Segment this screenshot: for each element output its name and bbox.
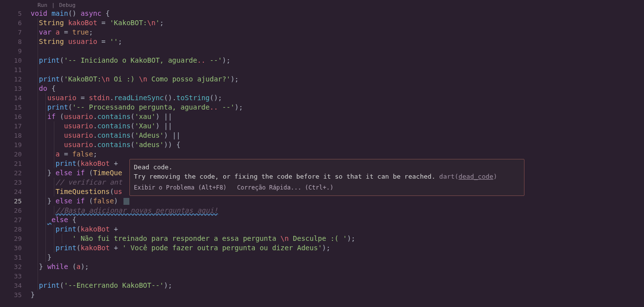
code-lines[interactable]: void main() async { String kakoBot = 'Ka… bbox=[31, 9, 644, 300]
line-number[interactable]: 13 bbox=[0, 84, 22, 93]
line-number[interactable]: 33 bbox=[0, 271, 22, 281]
line-number[interactable]: 34 bbox=[0, 281, 22, 290]
code-area[interactable]: Run | Debug void main() async { String k… bbox=[31, 0, 644, 307]
tooltip-message: Dead code. Try removing the code, or fix… bbox=[134, 162, 520, 181]
line-number[interactable]: 15 bbox=[0, 103, 22, 112]
line-number[interactable]: 16 bbox=[0, 112, 22, 121]
line-number[interactable]: 28 bbox=[0, 225, 22, 234]
line-number[interactable]: 32 bbox=[0, 262, 22, 271]
line-number[interactable]: 20 bbox=[0, 150, 22, 159]
line-number[interactable]: 18 bbox=[0, 131, 22, 140]
line-number[interactable]: 9 bbox=[0, 46, 22, 56]
line-number[interactable]: 26 bbox=[0, 206, 22, 215]
line-number[interactable]: 24 bbox=[0, 187, 22, 196]
tooltip-link-dead-code[interactable]: dead_code bbox=[458, 173, 493, 180]
dead-code-marker bbox=[123, 198, 129, 205]
line-number[interactable]: 22 bbox=[0, 168, 22, 178]
action-view-problem[interactable]: Exibir o Problema (Alt+F8) bbox=[134, 184, 227, 191]
line-number[interactable]: 25 bbox=[0, 196, 22, 206]
action-quick-fix[interactable]: Correção Rápida... (Ctrl+.) bbox=[237, 184, 333, 191]
codelens: Run | Debug bbox=[38, 2, 76, 8]
line-number[interactable]: 31 bbox=[0, 253, 22, 262]
editor-container: 5 6 7 8 9 10 11 12 13 14 15 16 17 18 19 … bbox=[0, 0, 644, 307]
hover-tooltip[interactable]: Dead code. Try removing the code, or fix… bbox=[129, 159, 524, 196]
line-number[interactable]: 14 bbox=[0, 93, 22, 103]
line-number[interactable]: 23 bbox=[0, 178, 22, 187]
line-number[interactable]: 35 bbox=[0, 290, 22, 300]
line-number[interactable]: 17 bbox=[0, 121, 22, 131]
line-number[interactable]: 10 bbox=[0, 56, 22, 65]
line-number[interactable]: 6 bbox=[0, 18, 22, 28]
line-number-gutter: 5 6 7 8 9 10 11 12 13 14 15 16 17 18 19 … bbox=[0, 0, 31, 307]
line-number[interactable]: 5 bbox=[0, 9, 22, 18]
line-number[interactable]: 29 bbox=[0, 234, 22, 243]
line-number[interactable]: 27 bbox=[0, 215, 22, 225]
line-number[interactable]: 8 bbox=[0, 37, 22, 46]
codelens-debug[interactable]: Debug bbox=[59, 2, 76, 8]
line-number[interactable]: 11 bbox=[0, 65, 22, 75]
line-number[interactable]: 21 bbox=[0, 159, 22, 168]
line-number[interactable]: 12 bbox=[0, 75, 22, 84]
line-number[interactable]: 19 bbox=[0, 140, 22, 150]
codelens-run[interactable]: Run bbox=[38, 2, 47, 8]
tooltip-actions: Exibir o Problema (Alt+F8) Correção Rápi… bbox=[134, 183, 520, 192]
line-number[interactable]: 30 bbox=[0, 243, 22, 253]
line-number[interactable]: 7 bbox=[0, 28, 22, 37]
